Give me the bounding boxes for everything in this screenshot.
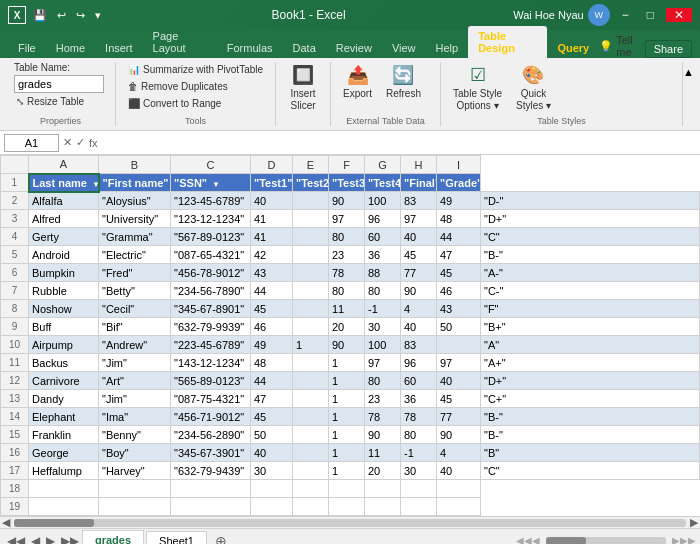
cell-A5[interactable]: Android	[29, 246, 99, 264]
cell-B15[interactable]: "Benny"	[99, 426, 171, 444]
cell-I12[interactable]: 40	[437, 372, 481, 390]
cell-c1[interactable]: "SSN" ▼	[171, 174, 251, 192]
cell-H18[interactable]	[401, 480, 437, 498]
table-name-input[interactable]	[14, 75, 104, 93]
tab-data[interactable]: Data	[283, 38, 326, 58]
cell-H11[interactable]: 96	[401, 354, 437, 372]
scroll-indicator[interactable]: ◀◀◀	[516, 535, 540, 544]
cell-D9[interactable]: 46	[251, 318, 293, 336]
tell-me-box[interactable]: 💡 Tell me	[599, 34, 644, 58]
cell-C2[interactable]: "123-45-6789"	[171, 192, 251, 210]
cell-F13[interactable]: 1	[329, 390, 365, 408]
cell-A19[interactable]	[29, 498, 99, 516]
cell-C13[interactable]: "087-75-4321"	[171, 390, 251, 408]
cell-H17[interactable]: 30	[401, 462, 437, 480]
export-button[interactable]: 📤 Export	[339, 62, 376, 102]
minimize-button[interactable]: −	[616, 8, 635, 22]
cell-F14[interactable]: 1	[329, 408, 365, 426]
cell-G17[interactable]: 20	[365, 462, 401, 480]
cell-I16[interactable]: 4	[437, 444, 481, 462]
cell-I3[interactable]: 48	[437, 210, 481, 228]
cell-F9[interactable]: 20	[329, 318, 365, 336]
cell-A15[interactable]: Franklin	[29, 426, 99, 444]
cell-I19[interactable]	[437, 498, 481, 516]
cell-J2[interactable]: "D-"	[481, 192, 700, 210]
tab-view[interactable]: View	[382, 38, 426, 58]
quick-access-save[interactable]: 💾	[30, 9, 50, 22]
quick-access-redo[interactable]: ↪	[73, 9, 88, 22]
horizontal-scroll[interactable]: ◀ ▶	[0, 516, 700, 528]
cell-A9[interactable]: Buff	[29, 318, 99, 336]
cell-C16[interactable]: "345-67-3901"	[171, 444, 251, 462]
cell-H5[interactable]: 45	[401, 246, 437, 264]
cell-H4[interactable]: 40	[401, 228, 437, 246]
cell-E14[interactable]	[293, 408, 329, 426]
cell-E12[interactable]	[293, 372, 329, 390]
cell-C3[interactable]: "123-12-1234"	[171, 210, 251, 228]
cell-G7[interactable]: 80	[365, 282, 401, 300]
cell-A3[interactable]: Alfred	[29, 210, 99, 228]
cell-E11[interactable]	[293, 354, 329, 372]
cell-D5[interactable]: 42	[251, 246, 293, 264]
tab-file[interactable]: File	[8, 38, 46, 58]
cell-J4[interactable]: "C"	[481, 228, 700, 246]
cell-H7[interactable]: 90	[401, 282, 437, 300]
cell-J11[interactable]: "A+"	[481, 354, 700, 372]
cell-H6[interactable]: 77	[401, 264, 437, 282]
cell-F6[interactable]: 78	[329, 264, 365, 282]
cell-H13[interactable]: 36	[401, 390, 437, 408]
cell-G3[interactable]: 96	[365, 210, 401, 228]
sheet-tab-next[interactable]: ▶	[43, 534, 58, 545]
cell-F18[interactable]	[329, 480, 365, 498]
scroll-right-icon[interactable]: ▶	[690, 516, 698, 529]
cell-H12[interactable]: 60	[401, 372, 437, 390]
cell-B10[interactable]: "Andrew"	[99, 336, 171, 354]
cell-F15[interactable]: 1	[329, 426, 365, 444]
cell-B6[interactable]: "Fred"	[99, 264, 171, 282]
cell-b1[interactable]: "First name" ▼	[99, 174, 171, 192]
cell-I13[interactable]: 45	[437, 390, 481, 408]
cell-I10[interactable]	[437, 336, 481, 354]
cell-B7[interactable]: "Betty"	[99, 282, 171, 300]
cell-I11[interactable]: 97	[437, 354, 481, 372]
cell-G13[interactable]: 23	[365, 390, 401, 408]
cell-E8[interactable]	[293, 300, 329, 318]
cell-C12[interactable]: "565-89-0123"	[171, 372, 251, 390]
cell-C14[interactable]: "456-71-9012"	[171, 408, 251, 426]
cell-H10[interactable]: 83	[401, 336, 437, 354]
cell-C9[interactable]: "632-79-9939"	[171, 318, 251, 336]
cell-H3[interactable]: 97	[401, 210, 437, 228]
quick-access-undo[interactable]: ↩	[54, 9, 69, 22]
tab-query[interactable]: Query	[547, 38, 599, 58]
cell-J13[interactable]: "C+"	[481, 390, 700, 408]
cell-F2[interactable]: 90	[329, 192, 365, 210]
cell-C15[interactable]: "234-56-2890"	[171, 426, 251, 444]
table-style-options-button[interactable]: ☑ Table StyleOptions ▾	[449, 62, 506, 114]
cell-B19[interactable]	[99, 498, 171, 516]
col-header-g[interactable]: G	[365, 156, 401, 174]
cell-A4[interactable]: Gerty	[29, 228, 99, 246]
cell-B13[interactable]: "Jim"	[99, 390, 171, 408]
cell-D12[interactable]: 44	[251, 372, 293, 390]
cell-F17[interactable]: 1	[329, 462, 365, 480]
cell-f1[interactable]: "Test3" ▼	[329, 174, 365, 192]
cell-C18[interactable]	[171, 480, 251, 498]
maximize-button[interactable]: □	[641, 8, 660, 22]
cell-I17[interactable]: 40	[437, 462, 481, 480]
cell-B16[interactable]: "Boy"	[99, 444, 171, 462]
cell-G6[interactable]: 88	[365, 264, 401, 282]
cell-J14[interactable]: "B-"	[481, 408, 700, 426]
cell-G8[interactable]: -1	[365, 300, 401, 318]
cell-F4[interactable]: 80	[329, 228, 365, 246]
cell-H2[interactable]: 83	[401, 192, 437, 210]
cell-D18[interactable]	[251, 480, 293, 498]
cell-C6[interactable]: "456-78-9012"	[171, 264, 251, 282]
cell-F12[interactable]: 1	[329, 372, 365, 390]
cell-D16[interactable]: 40	[251, 444, 293, 462]
cell-G9[interactable]: 30	[365, 318, 401, 336]
cell-E4[interactable]	[293, 228, 329, 246]
cell-I6[interactable]: 45	[437, 264, 481, 282]
tab-page-layout[interactable]: Page Layout	[143, 26, 217, 58]
convert-to-range-button[interactable]: ⬛ Convert to Range	[124, 96, 225, 111]
cell-i1[interactable]: "Grade" ▼	[437, 174, 481, 192]
